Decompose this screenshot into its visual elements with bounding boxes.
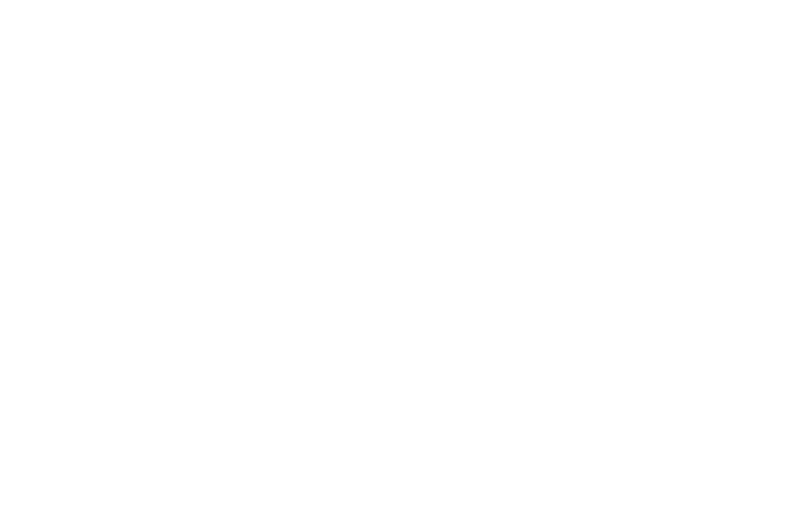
- size-chart-container: [0, 0, 812, 17]
